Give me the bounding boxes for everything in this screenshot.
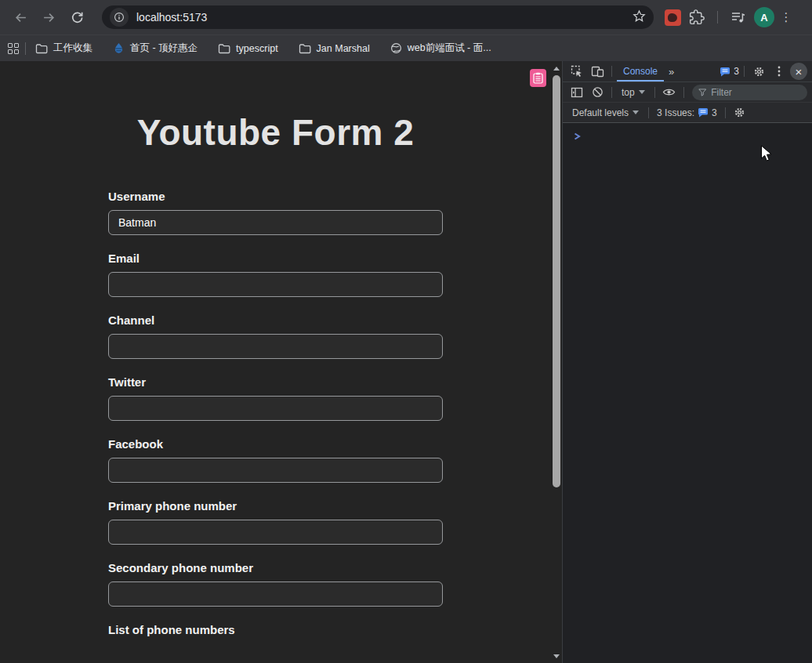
triangle-up-icon [553,67,560,71]
bookmark-web-interview[interactable]: web前端面试 - 面... [390,42,491,55]
gear-icon [734,107,745,118]
media-playlist-icon [730,10,746,24]
folder-icon [299,43,311,54]
devtools-divider [648,107,649,118]
web-page: Youtube Form 2 Username Email Channel Tw… [0,61,551,663]
star-icon [633,9,646,23]
console-output[interactable] [563,123,812,663]
devtools-divider [611,66,612,77]
live-expression-button[interactable] [660,85,679,100]
devtools-panel: Console » 3 × [562,61,812,663]
messages-count: 3 [734,66,739,77]
sidebar-panel-icon [571,87,583,98]
page-scrollbar[interactable] [551,61,562,663]
form-field-phone-list: List of phone numbers [108,623,443,636]
field-label: Channel [108,313,443,327]
email-input[interactable] [108,272,443,297]
chevron-down-icon [639,90,645,94]
console-sidebar-button[interactable] [567,85,586,100]
site-info-button[interactable] [110,8,129,27]
forward-arrow-icon [42,11,56,24]
field-label: Primary phone number [108,499,443,513]
field-label: Username [108,190,443,203]
form-field-facebook: Facebook [108,437,443,483]
scroll-down-button[interactable] [551,650,562,661]
back-button[interactable] [9,6,31,28]
scroll-up-button[interactable] [551,63,562,74]
devtools-divider [654,87,655,98]
apps-grid-icon[interactable] [8,43,19,54]
filter-funnel-icon [698,88,707,97]
console-settings-button[interactable] [730,105,749,121]
form-field-username: Username [108,190,443,235]
chevron-down-icon [633,110,639,114]
bookmark-star-button[interactable] [633,9,646,26]
bookmark-folder-work[interactable]: 工作收集 [35,42,92,55]
devtools-settings-button[interactable] [749,63,768,79]
issues-label: 3 Issues: [657,107,694,118]
bookmark-homepage[interactable]: 首页 - 顶好惠企 [113,42,198,55]
filter-input[interactable] [711,87,801,98]
primary-phone-input[interactable] [108,520,443,545]
device-toolbar-icon [591,66,604,78]
username-input[interactable] [108,210,443,235]
twitter-input[interactable] [108,396,443,421]
field-label: Twitter [108,375,443,389]
devtools-close-button[interactable]: × [790,63,807,80]
gear-icon [753,66,765,78]
toolbar-divider [717,11,718,24]
inspect-element-button[interactable] [567,63,586,79]
address-bar[interactable]: localhost:5173 [102,5,654,29]
secondary-phone-input[interactable] [108,581,443,607]
channel-input[interactable] [108,334,443,359]
facebook-input[interactable] [108,458,443,483]
browser-menu-button[interactable]: ⋮ [779,10,793,24]
globe-favicon [390,42,402,54]
bookmark-label: 首页 - 顶好惠企 [130,42,198,55]
clear-console-button[interactable] [588,85,607,100]
kebab-icon [778,66,781,77]
browser-toolbar: localhost:5173 A ⋮ [0,0,812,34]
issues-indicator[interactable]: 3 Issues: 3 [654,107,720,118]
devtools-divider [725,107,726,118]
console-filter[interactable] [692,85,807,100]
reload-button[interactable] [66,6,88,28]
field-label: Secondary phone number [108,561,443,574]
clear-icon [592,86,604,98]
page-title: Youtube Form 2 [108,111,443,154]
media-controls-button[interactable] [727,6,749,28]
field-label: Facebook [108,437,443,451]
content-area: Youtube Form 2 Username Email Channel Tw… [0,61,812,663]
context-selector[interactable]: top [617,87,650,98]
issues-count: 3 [712,107,717,118]
bookmark-folder-typescript[interactable]: typescript [218,43,278,54]
triangle-down-icon [553,654,560,658]
profile-avatar[interactable]: A [754,7,774,27]
levels-label: Default levels [572,107,629,118]
tab-console[interactable]: Console [617,61,664,82]
folder-icon [218,43,230,54]
form-field-twitter: Twitter [108,375,443,421]
more-tabs-button[interactable]: » [665,66,677,78]
url-text[interactable]: localhost:5173 [136,11,633,24]
log-levels-selector[interactable]: Default levels [567,107,643,118]
extension-red-icon[interactable] [665,9,681,26]
clipboard-icon [533,72,543,84]
console-toolbar: top [563,82,812,103]
devtools-divider [611,87,612,98]
form-field-secondary-phone: Secondary phone number [108,561,443,607]
form-extension-badge[interactable] [530,69,546,87]
devtools-menu-button[interactable] [770,63,788,79]
bookmark-label: typescript [236,43,278,54]
device-toolbar-button[interactable] [588,63,607,79]
bookmark-folder-jan-marshal[interactable]: Jan Marshal [299,43,370,54]
extensions-button[interactable] [686,6,708,28]
scrollbar-thumb[interactable] [553,75,560,487]
forward-button[interactable] [38,6,60,28]
console-messages-indicator[interactable]: 3 [720,66,739,77]
bookmarks-bar: 工作收集 首页 - 顶好惠企 typescript Jan Marshal we… [0,34,812,61]
bookmarks-divider [25,42,26,55]
console-prompt[interactable] [574,129,581,143]
form-field-channel: Channel [108,313,443,359]
devtools-divider [683,87,684,98]
